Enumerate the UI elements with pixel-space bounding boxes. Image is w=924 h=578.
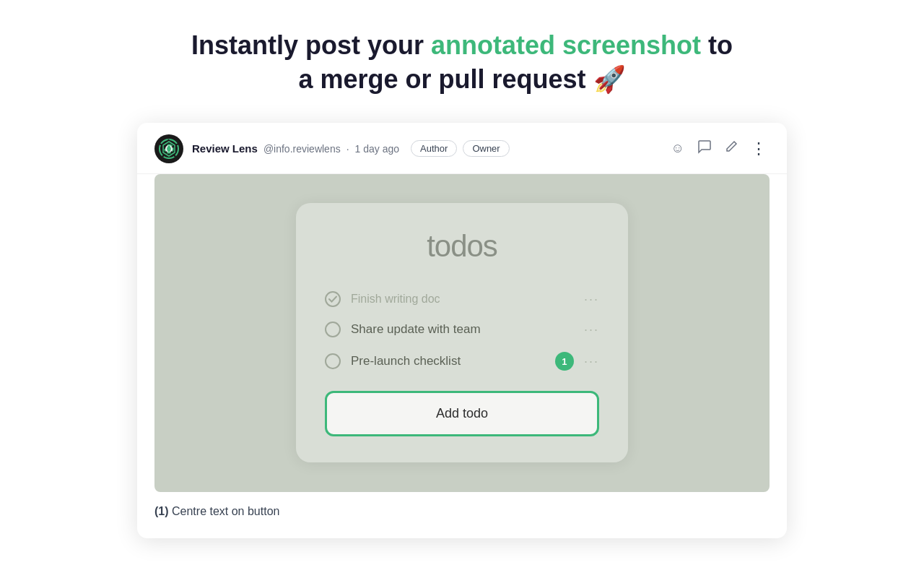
author-name: Review Lens xyxy=(192,142,258,155)
annotation-area: (1) Centre text on button xyxy=(137,492,787,518)
todos-title: todos xyxy=(325,229,599,264)
todo-text-2: Share update with team xyxy=(351,322,574,337)
page-headline: Instantly post your annotated screenshot… xyxy=(188,29,736,97)
screenshot-area: todos Finish writing doc ··· Share updat… xyxy=(154,174,770,492)
comment-meta: Review Lens @info.reviewlens · 1 day ago… xyxy=(192,140,660,157)
headline-highlight: annotated screenshot xyxy=(431,30,701,60)
headline-prefix: Instantly post your xyxy=(191,30,431,60)
more-button[interactable]: ⋮ xyxy=(748,138,770,160)
todo-checkbox-3[interactable] xyxy=(325,353,341,369)
todo-dots-2: ··· xyxy=(584,322,599,337)
todo-item-1: Finish writing doc ··· xyxy=(325,284,599,314)
badge-author[interactable]: Author xyxy=(411,140,457,157)
add-todo-button[interactable]: Add todo xyxy=(325,391,599,436)
time-ago: 1 day ago xyxy=(355,143,400,155)
todo-badge-3: 1 xyxy=(555,352,574,371)
author-handle: @info.reviewlens xyxy=(263,143,341,155)
todo-text-1: Finish writing doc xyxy=(351,293,574,306)
main-card: Review Lens @info.reviewlens · 1 day ago… xyxy=(137,123,787,538)
todo-item-2: Share update with team ··· xyxy=(325,314,599,345)
todo-item-3: Pre-launch checklist 1 ··· xyxy=(325,345,599,378)
chat-icon xyxy=(697,139,712,158)
todo-checkbox-1[interactable] xyxy=(325,291,341,307)
pencil-icon xyxy=(725,140,738,157)
comment-header: Review Lens @info.reviewlens · 1 day ago… xyxy=(137,123,787,174)
emoji-button[interactable]: ☺ xyxy=(668,138,687,159)
more-icon: ⋮ xyxy=(751,141,767,157)
avatar xyxy=(154,134,183,163)
comment-button[interactable] xyxy=(694,137,715,160)
todo-dots-1: ··· xyxy=(584,292,599,307)
comment-actions: ☺ ⋮ xyxy=(668,137,770,160)
annotation-number: (1) xyxy=(154,505,169,517)
todo-dots-3: ··· xyxy=(584,354,599,369)
emoji-icon: ☺ xyxy=(671,141,684,156)
todos-card: todos Finish writing doc ··· Share updat… xyxy=(296,203,628,462)
badge-owner[interactable]: Owner xyxy=(463,140,509,157)
edit-button[interactable] xyxy=(722,137,741,160)
separator: · xyxy=(346,143,349,155)
badges: Author Owner xyxy=(411,140,510,157)
todo-checkbox-2[interactable] xyxy=(325,322,341,337)
annotation-text: Centre text on button xyxy=(169,505,280,517)
todo-text-3: Pre-launch checklist xyxy=(351,354,545,368)
